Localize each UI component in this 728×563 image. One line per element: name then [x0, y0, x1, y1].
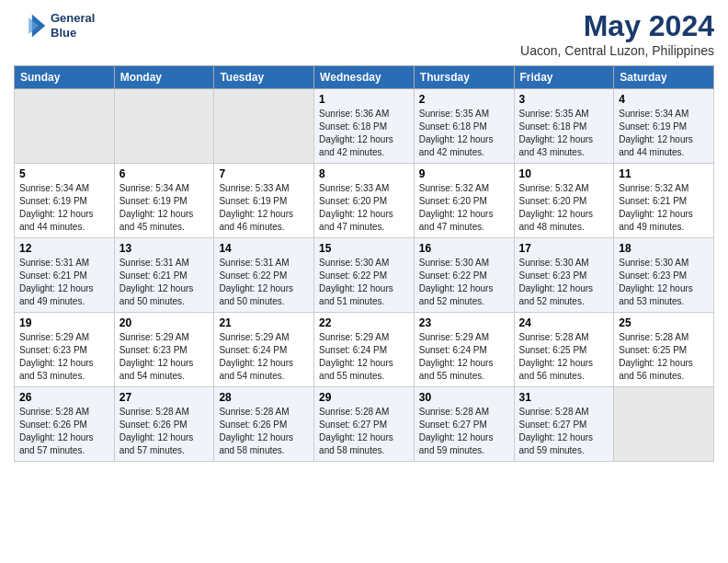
day-number: 6 — [119, 167, 210, 180]
calendar-cell — [15, 89, 115, 164]
day-number: 4 — [619, 93, 709, 106]
main-title: May 2024 — [520, 9, 714, 43]
weekday-header-row: SundayMondayTuesdayWednesdayThursdayFrid… — [15, 66, 714, 89]
day-number: 8 — [319, 167, 409, 180]
page-header: General Blue May 2024 Uacon, Central Luz… — [14, 9, 714, 58]
calendar-cell: 25Sunrise: 5:28 AM Sunset: 6:25 PM Dayli… — [614, 313, 714, 387]
day-info: Sunrise: 5:30 AM Sunset: 6:22 PM Dayligh… — [319, 257, 409, 308]
day-number: 5 — [19, 167, 109, 180]
day-info: Sunrise: 5:28 AM Sunset: 6:26 PM Dayligh… — [119, 406, 210, 457]
day-info: Sunrise: 5:28 AM Sunset: 6:27 PM Dayligh… — [419, 406, 509, 457]
calendar-cell: 19Sunrise: 5:29 AM Sunset: 6:23 PM Dayli… — [15, 313, 115, 387]
day-info: Sunrise: 5:29 AM Sunset: 6:24 PM Dayligh… — [219, 331, 309, 383]
day-number: 29 — [319, 391, 409, 404]
calendar-cell: 14Sunrise: 5:31 AM Sunset: 6:22 PM Dayli… — [214, 238, 314, 313]
day-info: Sunrise: 5:29 AM Sunset: 6:23 PM Dayligh… — [19, 331, 109, 383]
day-number: 19 — [19, 316, 109, 329]
calendar-cell: 28Sunrise: 5:28 AM Sunset: 6:26 PM Dayli… — [214, 387, 314, 462]
subtitle: Uacon, Central Luzon, Philippines — [520, 43, 714, 58]
calendar-cell: 12Sunrise: 5:31 AM Sunset: 6:21 PM Dayli… — [15, 238, 115, 313]
calendar-cell: 23Sunrise: 5:29 AM Sunset: 6:24 PM Dayli… — [414, 313, 514, 387]
calendar-cell: 11Sunrise: 5:32 AM Sunset: 6:21 PM Dayli… — [614, 164, 714, 238]
day-number: 3 — [519, 93, 609, 106]
day-number: 28 — [219, 391, 309, 404]
day-info: Sunrise: 5:28 AM Sunset: 6:27 PM Dayligh… — [319, 406, 409, 457]
day-info: Sunrise: 5:31 AM Sunset: 6:21 PM Dayligh… — [19, 257, 109, 308]
weekday-header: Monday — [114, 66, 214, 89]
calendar-cell: 3Sunrise: 5:35 AM Sunset: 6:18 PM Daylig… — [514, 89, 614, 164]
calendar-cell: 29Sunrise: 5:28 AM Sunset: 6:27 PM Dayli… — [314, 387, 415, 462]
day-number: 17 — [519, 242, 609, 255]
day-number: 7 — [219, 167, 309, 180]
day-info: Sunrise: 5:30 AM Sunset: 6:23 PM Dayligh… — [519, 257, 609, 308]
weekday-header: Friday — [514, 66, 614, 89]
calendar-cell: 16Sunrise: 5:30 AM Sunset: 6:22 PM Dayli… — [414, 238, 514, 313]
day-number: 18 — [619, 242, 709, 255]
weekday-header: Tuesday — [214, 66, 314, 89]
logo-text: General Blue — [51, 11, 95, 40]
calendar-cell: 20Sunrise: 5:29 AM Sunset: 6:23 PM Dayli… — [114, 313, 214, 387]
day-info: Sunrise: 5:31 AM Sunset: 6:22 PM Dayligh… — [219, 257, 309, 308]
day-number: 10 — [519, 167, 609, 180]
day-info: Sunrise: 5:34 AM Sunset: 6:19 PM Dayligh… — [119, 182, 210, 234]
day-number: 13 — [119, 242, 210, 255]
day-info: Sunrise: 5:31 AM Sunset: 6:21 PM Dayligh… — [119, 257, 210, 308]
calendar-cell: 5Sunrise: 5:34 AM Sunset: 6:19 PM Daylig… — [15, 164, 115, 238]
calendar-cell: 4Sunrise: 5:34 AM Sunset: 6:19 PM Daylig… — [614, 89, 714, 164]
day-info: Sunrise: 5:34 AM Sunset: 6:19 PM Dayligh… — [19, 182, 109, 234]
day-info: Sunrise: 5:36 AM Sunset: 6:18 PM Dayligh… — [319, 108, 409, 159]
day-number: 15 — [319, 242, 409, 255]
day-info: Sunrise: 5:32 AM Sunset: 6:20 PM Dayligh… — [419, 182, 509, 234]
calendar-week-row: 19Sunrise: 5:29 AM Sunset: 6:23 PM Dayli… — [15, 313, 714, 387]
calendar-cell: 18Sunrise: 5:30 AM Sunset: 6:23 PM Dayli… — [614, 238, 714, 313]
calendar-cell: 6Sunrise: 5:34 AM Sunset: 6:19 PM Daylig… — [114, 164, 214, 238]
calendar-cell: 30Sunrise: 5:28 AM Sunset: 6:27 PM Dayli… — [414, 387, 514, 462]
day-info: Sunrise: 5:35 AM Sunset: 6:18 PM Dayligh… — [519, 108, 609, 159]
day-number: 23 — [419, 316, 509, 329]
calendar-cell: 10Sunrise: 5:32 AM Sunset: 6:20 PM Dayli… — [514, 164, 614, 238]
day-number: 11 — [619, 167, 709, 180]
calendar-cell: 17Sunrise: 5:30 AM Sunset: 6:23 PM Dayli… — [514, 238, 614, 313]
calendar-cell: 24Sunrise: 5:28 AM Sunset: 6:25 PM Dayli… — [514, 313, 614, 387]
day-info: Sunrise: 5:32 AM Sunset: 6:20 PM Dayligh… — [519, 182, 609, 234]
calendar-cell: 22Sunrise: 5:29 AM Sunset: 6:24 PM Dayli… — [314, 313, 415, 387]
day-info: Sunrise: 5:33 AM Sunset: 6:20 PM Dayligh… — [319, 182, 409, 234]
day-number: 27 — [119, 391, 210, 404]
day-info: Sunrise: 5:28 AM Sunset: 6:25 PM Dayligh… — [519, 331, 609, 383]
day-info: Sunrise: 5:30 AM Sunset: 6:22 PM Dayligh… — [419, 257, 509, 308]
calendar-cell: 2Sunrise: 5:35 AM Sunset: 6:18 PM Daylig… — [414, 89, 514, 164]
day-info: Sunrise: 5:29 AM Sunset: 6:24 PM Dayligh… — [419, 331, 509, 383]
day-number: 1 — [319, 93, 409, 106]
calendar-cell — [214, 89, 314, 164]
calendar-cell: 1Sunrise: 5:36 AM Sunset: 6:18 PM Daylig… — [314, 89, 415, 164]
weekday-header: Thursday — [414, 66, 514, 89]
day-info: Sunrise: 5:29 AM Sunset: 6:23 PM Dayligh… — [119, 331, 210, 383]
calendar-cell — [614, 387, 714, 462]
calendar-cell: 27Sunrise: 5:28 AM Sunset: 6:26 PM Dayli… — [114, 387, 214, 462]
calendar-week-row: 5Sunrise: 5:34 AM Sunset: 6:19 PM Daylig… — [15, 164, 714, 238]
day-info: Sunrise: 5:28 AM Sunset: 6:26 PM Dayligh… — [19, 406, 109, 457]
weekday-header: Saturday — [614, 66, 714, 89]
day-number: 21 — [219, 316, 309, 329]
day-info: Sunrise: 5:28 AM Sunset: 6:25 PM Dayligh… — [619, 331, 709, 383]
calendar-cell: 15Sunrise: 5:30 AM Sunset: 6:22 PM Dayli… — [314, 238, 415, 313]
day-number: 25 — [619, 316, 709, 329]
day-number: 26 — [19, 391, 109, 404]
day-info: Sunrise: 5:28 AM Sunset: 6:27 PM Dayligh… — [519, 406, 609, 457]
day-info: Sunrise: 5:35 AM Sunset: 6:18 PM Dayligh… — [419, 108, 509, 159]
calendar-cell: 13Sunrise: 5:31 AM Sunset: 6:21 PM Dayli… — [114, 238, 214, 313]
day-number: 14 — [219, 242, 309, 255]
day-info: Sunrise: 5:33 AM Sunset: 6:19 PM Dayligh… — [219, 182, 309, 234]
day-number: 2 — [419, 93, 509, 106]
calendar-cell: 7Sunrise: 5:33 AM Sunset: 6:19 PM Daylig… — [214, 164, 314, 238]
day-number: 20 — [119, 316, 210, 329]
day-number: 24 — [519, 316, 609, 329]
calendar-cell: 8Sunrise: 5:33 AM Sunset: 6:20 PM Daylig… — [314, 164, 415, 238]
calendar-cell: 21Sunrise: 5:29 AM Sunset: 6:24 PM Dayli… — [214, 313, 314, 387]
calendar-week-row: 26Sunrise: 5:28 AM Sunset: 6:26 PM Dayli… — [15, 387, 714, 462]
calendar-cell: 31Sunrise: 5:28 AM Sunset: 6:27 PM Dayli… — [514, 387, 614, 462]
day-number: 9 — [419, 167, 509, 180]
weekday-header: Wednesday — [314, 66, 415, 89]
calendar-cell — [114, 89, 214, 164]
day-info: Sunrise: 5:28 AM Sunset: 6:26 PM Dayligh… — [219, 406, 309, 457]
